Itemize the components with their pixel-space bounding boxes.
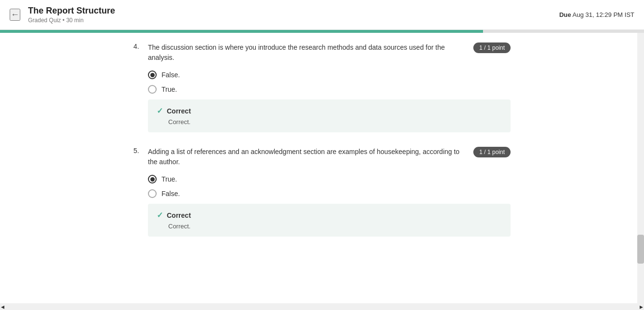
option-label-5-true: True. [161, 175, 177, 183]
header-left: ← The Report Structure Graded Quiz • 30 … [10, 6, 115, 24]
options-5: True. False. [148, 175, 511, 198]
header: ← The Report Structure Graded Quiz • 30 … [0, 0, 644, 30]
points-badge-5: 1 / 1 point [473, 147, 511, 157]
option-4-false[interactable]: False. [148, 70, 511, 79]
question-body-4: The discussion section is where you intr… [148, 42, 464, 63]
question-number-4: 4. [133, 42, 143, 50]
option-label-5-false: False. [161, 190, 180, 197]
feedback-text-5: Correct. [168, 223, 502, 230]
points-badge-4: 1 / 1 point [473, 42, 511, 53]
radio-5-false[interactable] [148, 189, 157, 198]
radio-4-true[interactable] [148, 85, 157, 94]
feedback-box-5: ✓ Correct Correct. [148, 204, 511, 237]
quiz-title-block: The Report Structure Graded Quiz • 30 mi… [28, 6, 115, 24]
option-5-true[interactable]: True. [148, 175, 511, 183]
option-4-true[interactable]: True. [148, 85, 511, 94]
bottom-scroll-arrows: ◂ ▸ [0, 303, 644, 310]
scroll-right-icon[interactable]: ▸ [640, 303, 643, 310]
option-5-false[interactable]: False. [148, 189, 511, 198]
option-label-4-false: False. [161, 71, 180, 79]
question-text-4: 4. The discussion section is where you i… [133, 42, 464, 63]
question-text-5: 5. Adding a list of references and an ac… [133, 147, 464, 167]
radio-5-true[interactable] [148, 175, 157, 183]
radio-inner-4-false [150, 73, 155, 77]
scroll-left-icon[interactable]: ◂ [1, 303, 4, 310]
question-header-5: 5. Adding a list of references and an ac… [133, 147, 511, 167]
option-label-4-true: True. [161, 85, 177, 93]
feedback-label-4: ✓ Correct [157, 106, 502, 115]
due-prefix: Due [559, 11, 571, 18]
radio-inner-5-true [150, 177, 155, 182]
bottom-scrollbar[interactable]: ◂ ▸ [0, 303, 644, 310]
quiz-title: The Report Structure [28, 6, 115, 16]
feedback-box-4: ✓ Correct Correct. [148, 99, 511, 132]
question-block-4: 4. The discussion section is where you i… [124, 42, 520, 132]
radio-4-false[interactable] [148, 70, 157, 79]
quiz-subtitle: Graded Quiz • 30 min [28, 17, 115, 24]
checkmark-icon-5: ✓ [157, 211, 163, 220]
question-block-5: 5. Adding a list of references and an ac… [124, 147, 520, 237]
feedback-correct-text-4: Correct [167, 107, 191, 115]
scrollbar-track[interactable] [637, 33, 644, 309]
due-date-value: Aug 31, 12:29 PM IST [572, 11, 634, 18]
feedback-label-5: ✓ Correct [157, 211, 502, 220]
checkmark-icon-4: ✓ [157, 106, 163, 115]
question-body-5: Adding a list of references and an ackno… [148, 147, 464, 167]
question-number-5: 5. [133, 147, 143, 155]
due-date: Due Aug 31, 12:29 PM IST [559, 11, 634, 18]
content-area: 4. The discussion section is where you i… [0, 33, 644, 309]
options-4: False. True. [148, 70, 511, 94]
question-header-4: 4. The discussion section is where you i… [133, 42, 511, 63]
back-button[interactable]: ← [10, 9, 20, 21]
feedback-correct-text-5: Correct [167, 211, 191, 219]
scrollbar-thumb[interactable] [637, 235, 644, 264]
feedback-text-4: Correct. [168, 118, 502, 126]
